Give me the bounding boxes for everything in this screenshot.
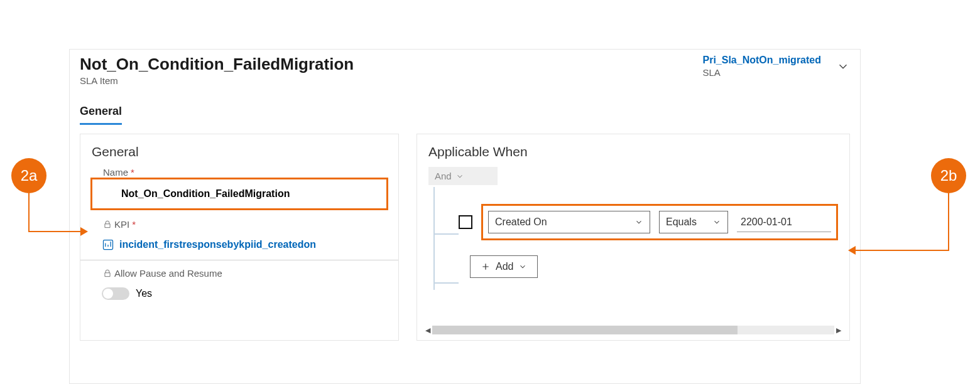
condition-row: Created On Equals (459, 204, 838, 240)
lock-icon (103, 220, 112, 229)
allow-pause-toggle-text: Yes (136, 288, 152, 299)
allow-pause-row: Allow Pause and Resume (80, 268, 398, 279)
body-columns: General Name* Not_On_Condition_FailedMig… (80, 134, 850, 341)
record-header: Not_On_Condition_FailedMigration SLA Ite… (80, 55, 850, 86)
record-panel: Not_On_Condition_FailedMigration SLA Ite… (69, 49, 861, 384)
kpi-field-row: KPI* (80, 219, 398, 230)
general-card-title: General (80, 144, 398, 167)
general-card: General Name* Not_On_Condition_FailedMig… (80, 134, 399, 341)
chevron-down-icon (634, 218, 643, 227)
kpi-label: KPI* (103, 219, 387, 230)
condition-highlight: Created On Equals (481, 204, 838, 240)
allow-pause-toggle[interactable] (102, 287, 129, 300)
chevron-down-icon (455, 172, 464, 181)
condition-value-input[interactable] (737, 213, 831, 232)
condition-tree-branch (433, 233, 459, 235)
scroll-right-button[interactable]: ▶ (834, 326, 843, 334)
lock-icon (103, 269, 112, 278)
page-subtitle: SLA Item (80, 75, 354, 86)
page-title: Not_On_Condition_FailedMigration (80, 55, 354, 74)
horizontal-scrollbar[interactable]: ◀ ▶ (423, 325, 843, 335)
condition-checkbox[interactable] (459, 215, 472, 229)
name-field-row: Name* (80, 167, 398, 178)
scroll-track[interactable] (432, 326, 834, 334)
callout-badge-2a: 2a (11, 158, 46, 193)
applicable-when-card: Applicable When And Created On (416, 134, 850, 341)
tab-general[interactable]: General (80, 104, 122, 125)
callout-badge-2b: 2b (931, 158, 966, 193)
callout-connector (854, 250, 949, 251)
chevron-down-icon (712, 218, 721, 227)
callout-connector (28, 231, 82, 232)
kpi-icon (102, 238, 114, 251)
allow-pause-label: Allow Pause and Resume (103, 268, 387, 279)
plus-icon (481, 262, 491, 272)
name-value[interactable]: Not_On_Condition_FailedMigration (90, 178, 388, 210)
chevron-down-icon[interactable] (836, 60, 850, 73)
scroll-left-button[interactable]: ◀ (423, 326, 432, 334)
name-label: Name* (103, 167, 387, 178)
related-record-link[interactable]: Pri_Sla_NotOn_migrated (703, 55, 822, 66)
chevron-down-icon (518, 262, 527, 271)
add-condition-button[interactable]: Add (470, 255, 538, 278)
tabs-row: General (80, 104, 850, 125)
condition-tree-line (433, 187, 435, 290)
condition-field-select[interactable]: Created On (488, 211, 650, 233)
related-record-sub: SLA (703, 67, 822, 78)
condition-group-and[interactable]: And (428, 167, 498, 185)
condition-operator-select[interactable]: Equals (659, 211, 728, 233)
callout-arrowhead (80, 227, 88, 236)
kpi-value-row: incident_firstresponsebykpiid_createdon (80, 230, 398, 260)
callout-connector (948, 193, 949, 251)
kpi-link[interactable]: incident_firstresponsebykpiid_createdon (119, 239, 316, 250)
scroll-thumb[interactable] (432, 326, 738, 334)
callout-arrowhead (848, 246, 856, 255)
applicable-when-title: Applicable When (417, 144, 849, 167)
condition-tree-branch (433, 282, 459, 284)
allow-pause-toggle-row: Yes (80, 279, 398, 302)
title-block: Not_On_Condition_FailedMigration SLA Ite… (80, 55, 354, 86)
related-record-block: Pri_Sla_NotOn_migrated SLA (703, 55, 851, 78)
callout-connector (28, 193, 30, 232)
